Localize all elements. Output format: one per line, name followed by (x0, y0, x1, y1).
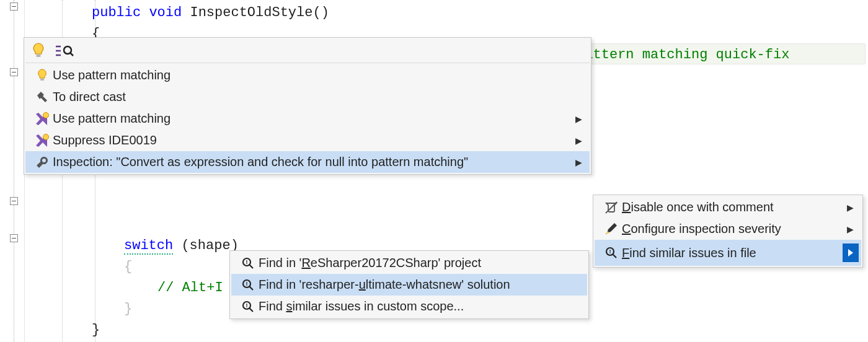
submenu-arrow-icon: ▶ (843, 224, 854, 234)
menu-item-label: To direct cast (53, 90, 582, 104)
wrench-icon (32, 156, 53, 169)
svg-text:!: ! (246, 302, 248, 309)
submenu-arrow-icon: ▶ (571, 157, 582, 167)
svg-line-11 (613, 255, 617, 258)
search-warning-icon: ! (237, 278, 259, 292)
code-line: public void InspectOldStyle() (92, 2, 868, 24)
code-line: } (92, 320, 868, 341)
svg-rect-6 (40, 79, 44, 81)
search-warning-icon: ! (237, 256, 259, 270)
menu-item-label: Disable once with comment (622, 200, 843, 214)
fold-guide-line (14, 0, 14, 342)
menu-item-label: Use pattern matching (53, 68, 582, 82)
menu-item-find-in-solution[interactable]: ! Find in 'resharper-ultimate-whatsnew' … (231, 274, 587, 296)
disable-icon (601, 201, 622, 214)
menu-item-label: Suppress IDE0019 (53, 133, 571, 147)
submenu-arrow-icon: ▶ (843, 203, 854, 213)
pen-icon (601, 222, 622, 236)
menu-item-suppress-ide0019[interactable]: Suppress IDE0019 ▶ (25, 129, 590, 151)
svg-point-7 (43, 112, 49, 118)
menu-item-inspection[interactable]: Inspection: "Convert as expression and c… (25, 151, 590, 173)
find-scope-submenu: ! Find in 'ReSharper20172CSharp' project… (229, 250, 589, 319)
search-warning-icon: ! (601, 246, 622, 260)
lightbulb-icon (32, 69, 53, 82)
vs-lightbulb-icon (32, 134, 53, 147)
menu-item-label: Configure inspection severity (622, 222, 843, 236)
menu-item-find-similar[interactable]: ! Find similar issues in file (595, 240, 861, 266)
quickfix-menu: Use pattern matching To direct cast Use … (24, 37, 591, 175)
submenu-arrow-icon: ▶ (571, 114, 582, 124)
svg-point-8 (43, 134, 49, 139)
svg-line-17 (250, 286, 254, 290)
svg-text:!: ! (609, 248, 611, 255)
menu-item-disable-once[interactable]: Disable once with comment ▶ (595, 196, 861, 218)
menu-item-label: Find similar issues in file (622, 246, 838, 260)
submenu-arrow-active-icon (843, 243, 859, 262)
menu-item-label: Use pattern matching (53, 112, 571, 126)
menu-item-find-in-project[interactable]: ! Find in 'ReSharper20172CSharp' project (231, 252, 587, 274)
svg-text:!: ! (246, 259, 248, 265)
menu-item-label: Find similar issues in custom scope... (259, 299, 580, 314)
menu-item-use-pattern-matching-vs[interactable]: Use pattern matching ▶ (25, 108, 590, 129)
fold-toggle-icon[interactable] (10, 197, 18, 205)
menu-item-label: Inspection: "Convert as expression and c… (53, 155, 571, 169)
fold-toggle-icon[interactable] (10, 68, 18, 76)
menu-item-configure-severity[interactable]: Configure inspection severity ▶ (595, 218, 861, 240)
fold-toggle-icon[interactable] (10, 234, 18, 242)
quickfix-menu-header (25, 39, 590, 63)
svg-line-5 (70, 53, 73, 56)
search-warning-icon: ! (237, 300, 259, 314)
svg-line-20 (250, 308, 254, 312)
menu-item-use-pattern-matching[interactable]: Use pattern matching (25, 64, 590, 86)
svg-text:!: ! (246, 281, 248, 287)
svg-rect-0 (37, 55, 41, 57)
menu-item-to-direct-cast[interactable]: To direct cast (25, 86, 590, 108)
editor-gutter (0, 0, 25, 342)
menu-item-label: Find in 'ReSharper20172CSharp' project (259, 256, 580, 270)
svg-line-14 (250, 265, 254, 268)
menu-item-find-custom-scope[interactable]: ! Find similar issues in custom scope... (231, 296, 587, 317)
lightbulb-icon[interactable] (32, 43, 45, 59)
inspection-submenu: Disable once with comment ▶ Configure in… (593, 195, 863, 268)
vs-lightbulb-icon (32, 112, 53, 126)
hammer-icon (32, 90, 53, 104)
fold-toggle-icon[interactable] (10, 2, 18, 11)
submenu-arrow-icon: ▶ (571, 136, 582, 146)
menu-item-label: Find in 'resharper-ultimate-whatsnew' so… (259, 278, 580, 292)
inspect-icon[interactable] (55, 44, 74, 58)
